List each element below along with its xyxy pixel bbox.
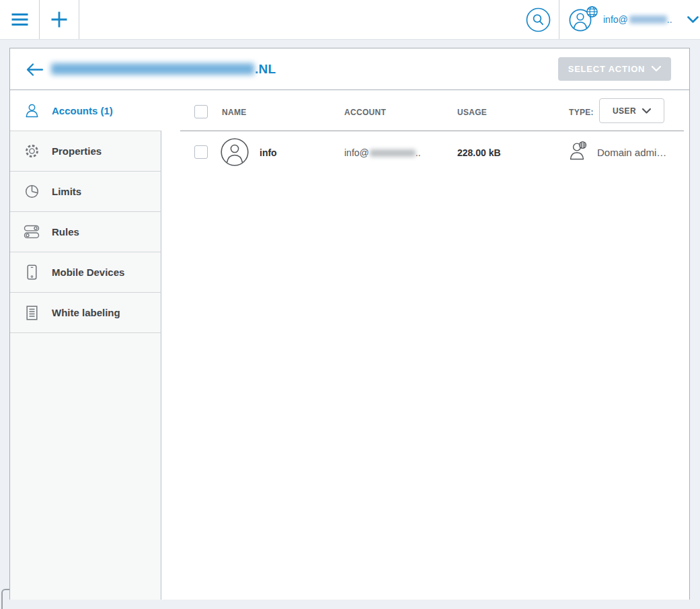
search-button[interactable] [526,7,551,32]
account-menu[interactable]: info@.. [568,5,699,34]
sidebar-item-white-labeling[interactable]: White labeling [10,292,161,332]
back-button[interactable] [24,59,45,80]
sidebar-item-label: Accounts (1) [52,105,113,116]
smartphone-icon [24,264,40,280]
sidebar-item-label: Mobile Devices [52,266,124,278]
sidebar-item-label: Rules [52,226,79,238]
account-name: info [260,147,277,158]
column-header-usage: USAGE [457,108,487,117]
type-filter-value: USER [613,106,636,116]
sidebar-item-rules[interactable]: Rules [10,211,161,252]
sidebar-filler [10,332,161,600]
account-email: info@.. [603,14,672,25]
column-header-type: TYPE: [569,108,594,117]
topbar-divider [39,0,40,39]
hamburger-icon [11,13,29,26]
search-icon [526,7,551,32]
accounts-table: NAME ACCOUNT USAGE TYPE: USER [161,90,689,600]
toggles-icon [24,225,40,239]
chevron-down-icon [652,66,661,72]
select-action-button[interactable]: SELECT ACTION [558,57,671,81]
redacted-email-text [629,15,667,24]
select-all-checkbox[interactable] [194,105,208,118]
table-header: NAME ACCOUNT USAGE TYPE: USER [161,90,689,131]
person-icon [24,103,40,118]
domain-admin-icon [568,140,590,162]
chevron-down-icon [687,16,699,24]
document-icon [24,306,40,320]
pie-chart-icon [24,184,40,199]
sidebar: Accounts (1) Properties [10,90,161,600]
chevron-down-icon [642,108,651,114]
top-bar: info@.. [0,0,700,40]
offscreen-panel-corner [1,589,9,609]
arrow-left-icon [26,63,43,76]
row-checkbox[interactable] [194,145,208,159]
plus-icon [50,11,68,28]
account-address: info@.. [344,147,421,158]
hamburger-menu-button[interactable] [8,8,31,31]
sidebar-item-label: Properties [52,145,102,157]
domain-suffix: .NL [255,62,276,77]
sidebar-item-label: Limits [52,186,81,197]
select-action-label: SELECT ACTION [568,64,646,74]
sidebar-item-mobile-devices[interactable]: Mobile Devices [10,252,161,292]
gear-icon [24,143,40,159]
column-header-name: NAME [222,108,247,117]
sidebar-item-accounts[interactable]: Accounts (1) [10,90,161,131]
account-usage: 228.00 kB [457,147,501,158]
redacted-domain-name [51,63,254,75]
add-button[interactable] [48,8,71,31]
table-row[interactable]: info info@.. 228.00 kB Domain admi… [161,131,689,174]
topbar-divider [559,0,559,39]
redacted-account-text [370,149,416,157]
sidebar-item-properties[interactable]: Properties [10,131,161,171]
domain-detail-panel: .NL SELECT ACTION Accounts (1) [9,48,690,600]
user-avatar-icon [221,138,249,166]
user-with-globe-icon [568,5,598,34]
domain-title-bar: .NL SELECT ACTION [10,48,689,90]
topbar-divider [79,0,79,39]
page-title: .NL [51,48,276,89]
type-filter-dropdown[interactable]: USER [599,98,664,123]
sidebar-item-limits[interactable]: Limits [10,171,161,211]
column-header-account: ACCOUNT [344,108,386,117]
sidebar-item-label: White labeling [52,307,120,318]
account-type: Domain admi… [597,147,666,158]
